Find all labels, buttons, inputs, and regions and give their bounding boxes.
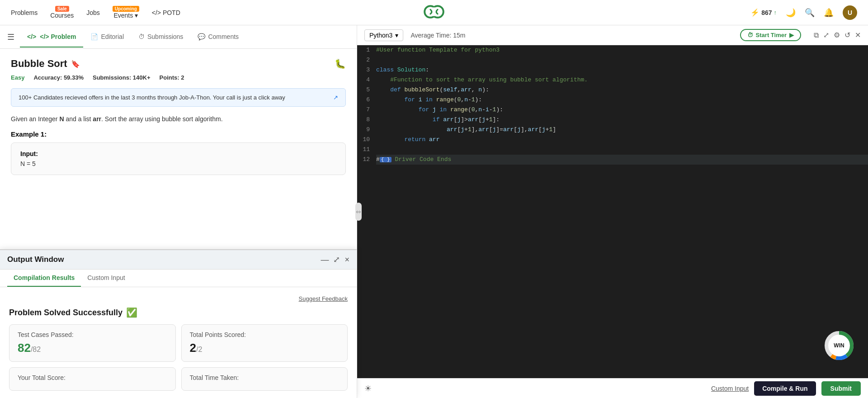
code-line-1: 1 #User function Template for python3 <box>357 45 868 55</box>
dark-mode-button[interactable]: 🌙 <box>786 8 796 18</box>
language-selector[interactable]: Python3 ▾ <box>364 29 403 41</box>
streak-up-icon: ↑ <box>774 9 777 16</box>
nav-events-wrap: Upcoming Events ▾ <box>113 6 139 19</box>
bug-icon[interactable]: 🐛 <box>335 58 346 69</box>
submissions-meta: Submissions: 140K+ <box>93 74 151 81</box>
nav-courses[interactable]: Courses <box>50 12 74 19</box>
nav-left: Problems Sale Courses Jobs Upcoming Even… <box>11 6 180 19</box>
nav-potd[interactable]: </> POTD <box>152 9 180 16</box>
input-label: Input: <box>20 150 336 157</box>
courses-badge: Sale <box>55 6 69 12</box>
output-body: Suggest Feedback Problem Solved Successf… <box>0 287 357 398</box>
promo-banner[interactable]: 100+ Candidates recieved offers in the l… <box>11 88 346 107</box>
suggest-feedback-link[interactable]: Suggest Feedback <box>299 295 348 302</box>
editorial-icon: 📄 <box>90 33 98 40</box>
reset-button[interactable]: ↺ <box>844 31 850 39</box>
code-line-7: 7 for j in range(0,n-i-1): <box>357 105 868 115</box>
win-badge: WIN <box>823 329 855 362</box>
output-controls: — ⤢ × <box>321 255 349 265</box>
points-meta: Points: 2 <box>160 74 184 81</box>
tab-comments[interactable]: 💬 Comments <box>190 27 246 47</box>
code-editor[interactable]: 1 #User function Template for python3 2 … <box>357 45 868 378</box>
code-line-6: 6 for i in range(0,n-1): <box>357 95 868 105</box>
code-line-10: 10 return arr <box>357 135 868 145</box>
input-value: N = 5 <box>20 160 336 167</box>
editor-toolbar: Python3 ▾ Average Time: 15m ⏱ Start Time… <box>357 25 868 45</box>
solved-title: Problem Solved Successfully <box>9 308 123 317</box>
top-nav: Problems Sale Courses Jobs Upcoming Even… <box>0 0 868 25</box>
output-header: Output Window — ⤢ × <box>0 250 357 270</box>
code-line-8: 8 if arr[j]>arr[j+1]: <box>357 115 868 125</box>
lightning-icon: ⚡ <box>750 8 760 17</box>
code-line-4: 4 #Function to sort the array using bubb… <box>357 75 868 85</box>
chevron-down-icon: ▾ <box>395 32 398 39</box>
submit-button[interactable]: Submit <box>821 381 861 396</box>
check-circle-icon: ✅ <box>126 307 137 318</box>
code-line-5: 5 def bubbleSort(self,arr, n): <box>357 85 868 95</box>
comments-icon: 💬 <box>198 33 205 40</box>
tab-submissions[interactable]: ⏱ Submissions <box>131 27 190 47</box>
expand-button[interactable]: ⤢ <box>333 255 340 265</box>
nav-right: ⚡ 867 ↑ 🌙 🔍 🔔 U <box>750 5 857 20</box>
notifications-button[interactable]: 🔔 <box>824 8 834 18</box>
win-label: WIN <box>834 342 844 349</box>
logo <box>423 4 445 22</box>
chevron-down-icon: ▾ <box>135 12 138 19</box>
expand-editor-button[interactable]: ⤢ <box>823 31 829 39</box>
nav-problems[interactable]: Problems <box>11 9 38 16</box>
hamburger-button[interactable]: ☰ <box>7 32 14 42</box>
tab-custom-input[interactable]: Custom Input <box>81 270 131 287</box>
close-editor-button[interactable]: ✕ <box>855 31 861 39</box>
points-scored-value: 2/2 <box>190 341 340 355</box>
score-label: Your Total Score: <box>18 374 167 381</box>
solved-row: Problem Solved Successfully ✅ <box>9 307 348 318</box>
results-grid: Test Cases Passed: 82/82 Total Points Sc… <box>9 324 348 391</box>
output-title: Output Window <box>7 255 64 264</box>
problem-title-row: Bubble Sort 🔖 🐛 <box>11 58 346 70</box>
time-label: Total Time Taken: <box>190 374 340 381</box>
editor-icon-group: ⧉ ⤢ ⚙ ↺ ✕ <box>814 31 861 39</box>
settings-button[interactable]: ⚙ <box>834 31 840 39</box>
right-panel: Python3 ▾ Average Time: 15m ⏱ Start Time… <box>357 25 868 398</box>
custom-input-link[interactable]: Custom Input <box>711 385 749 392</box>
output-tabs: Compilation Results Custom Input <box>0 270 357 287</box>
minimize-button[interactable]: — <box>321 255 329 265</box>
code-line-11: 11 <box>357 145 868 155</box>
copy-button[interactable]: ⧉ <box>814 31 819 39</box>
submissions-icon: ⏱ <box>138 33 145 40</box>
search-button[interactable]: 🔍 <box>805 8 815 18</box>
nav-jobs[interactable]: Jobs <box>86 9 100 16</box>
tab-problem[interactable]: </> </> Problem <box>20 27 83 47</box>
points-card: Total Points Scored: 2/2 <box>181 324 348 362</box>
example-title: Example 1: <box>11 130 346 138</box>
code-line-9: 9 arr[j+1],arr[j]=arr[j],arr[j+1] <box>357 125 868 135</box>
external-link-icon: ↗ <box>333 94 338 101</box>
nav-events[interactable]: Events ▾ <box>113 12 138 19</box>
points-scored-label: Total Points Scored: <box>190 331 340 338</box>
play-icon: ▶ <box>789 32 794 38</box>
code-line-2: 2 <box>357 55 868 65</box>
resize-handle[interactable]: ⇔ <box>355 203 362 221</box>
tab-editorial[interactable]: 📄 Editorial <box>83 27 131 47</box>
difficulty-badge: Easy <box>11 74 24 81</box>
example-box: Input: N = 5 <box>11 142 346 175</box>
nav-courses-wrap: Sale Courses <box>50 6 74 19</box>
brightness-button[interactable]: ☀ <box>364 384 372 393</box>
bookmark-icon[interactable]: 🔖 <box>71 60 80 68</box>
tab-compilation-results[interactable]: Compilation Results <box>7 270 81 287</box>
test-cases-label: Test Cases Passed: <box>18 331 167 338</box>
timer-icon: ⏱ <box>747 32 753 38</box>
suggest-feedback: Suggest Feedback <box>9 294 348 303</box>
start-timer-button[interactable]: ⏱ Start Timer ▶ <box>740 29 801 41</box>
code-line-12: 12 #{ } Driver Code Ends <box>357 155 868 165</box>
streak-display: ⚡ 867 ↑ <box>750 8 777 17</box>
close-button[interactable]: × <box>344 255 349 265</box>
avatar[interactable]: U <box>843 5 857 20</box>
test-cases-value: 82/82 <box>18 341 167 355</box>
compile-run-button[interactable]: Compile & Run <box>754 381 816 396</box>
output-window: Output Window — ⤢ × Compilation Results … <box>0 249 357 398</box>
meta-row: Easy Accuracy: 59.33% Submissions: 140K+… <box>11 74 346 81</box>
score-card: Your Total Score: <box>9 367 176 391</box>
time-card: Total Time Taken: <box>181 367 348 391</box>
test-cases-card: Test Cases Passed: 82/82 <box>9 324 176 362</box>
